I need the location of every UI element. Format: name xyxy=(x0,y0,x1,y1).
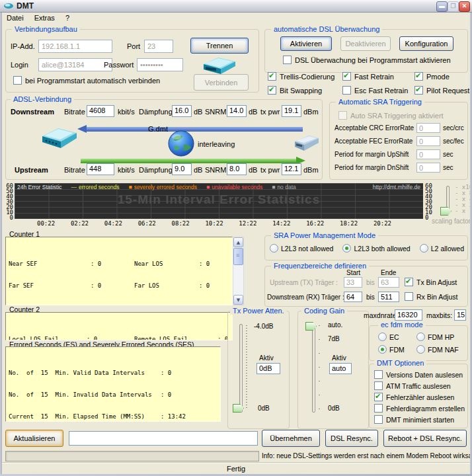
x-tick: 08:22 xyxy=(172,220,190,227)
us-bitrate-field[interactable]: 448 xyxy=(87,163,114,175)
sra-power-option[interactable]: L2 allowed xyxy=(420,244,464,253)
chart-watermark: 15-Min Interval Error Statistics xyxy=(15,192,423,207)
close-button[interactable]: ✕ xyxy=(459,1,470,12)
login-label: Login xyxy=(11,61,28,69)
sra-power-radio[interactable] xyxy=(342,244,351,253)
feature-checkbox-row[interactable]: Bit Swapping xyxy=(268,86,342,95)
tx-bin-adjust-checkbox[interactable] xyxy=(405,278,413,286)
scroll-up-button[interactable]: ▲ xyxy=(233,237,243,247)
feature-checkbox[interactable] xyxy=(342,86,351,95)
ecfdm-option[interactable]: FDM HP xyxy=(416,333,461,341)
sra-power-option[interactable]: L2L3 both allowed xyxy=(342,244,410,253)
ds-snrm-field[interactable]: 14.0 xyxy=(227,105,247,117)
ecfdm-radio[interactable] xyxy=(416,345,425,354)
apply-button[interactable]: Übernehmen xyxy=(262,430,320,447)
dmt-option-row[interactable]: Fehlerzähler auslesen xyxy=(374,393,465,401)
feature-checkbox[interactable] xyxy=(268,86,276,95)
sra-row-label: Acceptable FEC ErrorRate xyxy=(334,138,416,145)
configure-button[interactable]: Konfiguration xyxy=(399,36,453,51)
dmt-option-checkbox[interactable] xyxy=(374,393,383,401)
ecfdm-radio[interactable] xyxy=(378,345,387,354)
monitoring-startup-checkbox[interactable] xyxy=(283,56,292,64)
x-tick: 10:22 xyxy=(205,220,223,227)
command-input[interactable] xyxy=(69,431,258,446)
ecfdm-option[interactable]: FDM NAF xyxy=(416,345,461,354)
minimize-button[interactable]: ▬ xyxy=(436,1,448,12)
tx-atten-slider-track[interactable] xyxy=(239,324,243,413)
dmt-option-row[interactable]: Versions Daten auslesen xyxy=(374,370,465,379)
feature-checkbox-row[interactable]: Esc Fast Retrain xyxy=(342,86,414,95)
sra-power-radio[interactable] xyxy=(270,244,278,253)
dmt-option-checkbox[interactable] xyxy=(374,370,383,379)
us-txpwr-field[interactable]: 12.1 xyxy=(282,163,301,175)
maxbits-field[interactable]: 15 xyxy=(454,309,466,321)
x-tick: 06:22 xyxy=(138,220,156,227)
counter1-scrollbar[interactable]: ▲ ▼ xyxy=(233,237,244,305)
ds-txpwr-label: tx pwr xyxy=(260,108,280,116)
refresh-button[interactable]: Aktualisieren xyxy=(5,430,63,447)
ecfdm-option[interactable]: EC xyxy=(378,333,416,341)
dmt-option-checkbox[interactable] xyxy=(374,404,383,413)
dmt-option-checkbox[interactable] xyxy=(374,415,383,424)
sra-power-options: L2L3 not allowed L2L3 both allowed L2 al… xyxy=(270,244,464,253)
x-tick: 00:22 xyxy=(37,220,55,227)
ecfdm-label: FDM xyxy=(389,346,405,354)
us-snrm-field[interactable]: 8.0 xyxy=(227,163,247,175)
sra-power-radio[interactable] xyxy=(420,244,428,253)
legend-label: severely errored seconds xyxy=(134,184,197,190)
autostart-checkbox[interactable] xyxy=(13,76,22,85)
feature-checkbox-row[interactable]: Pmode xyxy=(414,72,469,81)
scrollbar-thumb[interactable] xyxy=(233,248,243,265)
feature-checkbox[interactable] xyxy=(414,86,423,95)
ip-field xyxy=(38,40,112,53)
ecfdm-radio[interactable] xyxy=(416,333,425,341)
es-row-label: No. of 15 Min. Invalid Data Intervals xyxy=(9,393,161,398)
coding-gain-slider-track[interactable] xyxy=(312,324,315,413)
maxdnrate-field[interactable]: 16320 xyxy=(395,309,422,321)
scaling-slider-thumb[interactable] xyxy=(440,207,452,216)
chart-legend: 24h Error Statistic —errored seconds■sev… xyxy=(15,183,423,191)
freq-rx-start-field[interactable]: 64 xyxy=(344,292,362,302)
ds-att-field[interactable]: 16.0 xyxy=(172,105,192,117)
tx-bin-adjust-row[interactable]: Tx Bin Adjust xyxy=(405,278,457,286)
freq-rx-end-field[interactable]: 511 xyxy=(378,292,399,302)
chart-title: 24h Error Statistic xyxy=(17,184,62,190)
reboot-resync-button[interactable]: Reboot + DSL Resync. xyxy=(383,430,467,447)
sra-power-option[interactable]: L2L3 not allowed xyxy=(270,244,333,253)
counter1-right-label: Far LOS xyxy=(134,283,199,288)
legend-label: errored seconds xyxy=(79,184,119,190)
feature-checkbox-row[interactable]: Fast Retrain xyxy=(342,72,414,81)
feature-checkbox-row[interactable]: Pilot Request xyxy=(414,86,469,95)
ds-txpwr-field[interactable]: 19.1 xyxy=(282,105,301,117)
sra-row-label: Period for margin DnShift xyxy=(334,164,416,171)
dmt-option-row[interactable]: ATM Traffic auslesen xyxy=(374,381,465,390)
disconnect-button[interactable]: Trennen xyxy=(190,38,249,54)
feature-checkbox-row[interactable]: Trellis-Codierung xyxy=(268,72,342,81)
us-att-field[interactable]: 9.0 xyxy=(172,163,192,175)
legend-label: unavailable seconds xyxy=(212,184,262,190)
ecfdm-option[interactable]: FDM xyxy=(378,345,416,354)
dmt-option-label: Fehlerdiagramm erstellen xyxy=(386,405,465,413)
ds-bitrate-field[interactable]: 4608 xyxy=(87,105,114,117)
rx-bin-adjust-checkbox[interactable] xyxy=(405,292,413,301)
gdmt-label: G.dmt xyxy=(148,125,168,133)
feature-label: Fast Retrain xyxy=(354,73,394,81)
scroll-down-button[interactable]: ▼ xyxy=(233,295,243,305)
feature-checkbox[interactable] xyxy=(414,72,423,81)
activate-button[interactable]: Aktivieren xyxy=(280,36,332,51)
legend-marker: ■ xyxy=(272,184,275,190)
menu-item[interactable]: Extras xyxy=(30,13,59,22)
feature-checkbox[interactable] xyxy=(268,72,276,81)
rx-bin-adjust-row[interactable]: Rx Bin Adjust xyxy=(405,292,457,301)
ecfdm-radio[interactable] xyxy=(378,333,387,341)
x-tick: 02:22 xyxy=(71,220,89,227)
dmt-option-row[interactable]: DMT minimiert starten xyxy=(374,415,465,424)
menu-item[interactable]: ? xyxy=(61,13,74,22)
dmt-option-row[interactable]: Fehlerdiagramm erstellen xyxy=(374,404,465,413)
menu-item[interactable]: Datei xyxy=(2,13,28,22)
dmt-option-checkbox[interactable] xyxy=(374,381,383,390)
window-border-left xyxy=(0,12,2,476)
resync-button[interactable]: DSL Resync. xyxy=(325,430,378,447)
chart-url: http://dmt.mhilfe.de xyxy=(373,184,420,190)
feature-checkbox[interactable] xyxy=(342,72,351,81)
